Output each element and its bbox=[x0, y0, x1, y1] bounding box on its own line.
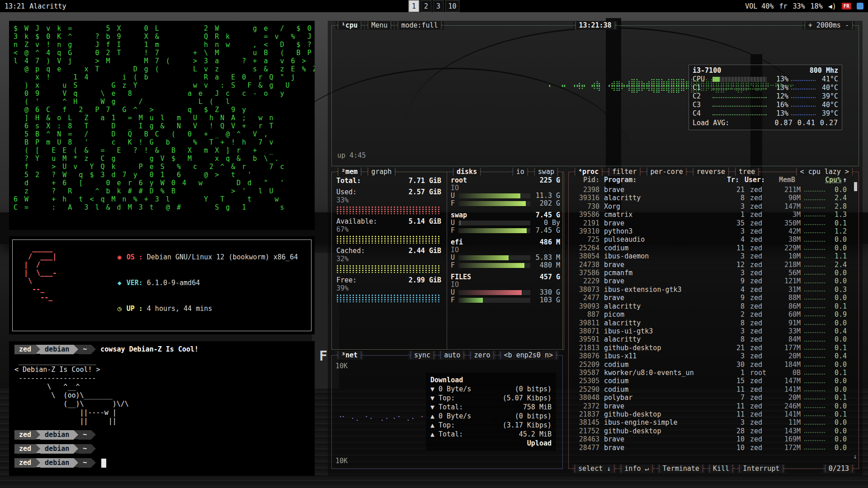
tray-icon[interactable] bbox=[857, 3, 863, 9]
net-tab[interactable]: <b enp2s0 n> bbox=[498, 351, 559, 360]
process-row[interactable]: 730 Xorg 3 zed 147M 2.8 bbox=[573, 202, 847, 211]
process-row[interactable]: 38054 ibus-daemon 3 zed 10M 1.1 bbox=[573, 252, 847, 260]
kill-action[interactable]: Kill bbox=[707, 465, 735, 473]
mem-box: ²mem graph Total: 7.71 GiB Used:2.57 GiB… bbox=[331, 172, 563, 350]
process-row[interactable]: 38048 polybar 7 zed 20M 0.1 bbox=[573, 394, 847, 402]
workspace-button[interactable]: 1 bbox=[408, 0, 419, 12]
process-row[interactable]: 2477 brave 9 zed 88M 0.0 bbox=[573, 294, 847, 302]
keyboard-layout-label: fr bbox=[779, 2, 787, 10]
net-tab[interactable]: sync bbox=[408, 351, 436, 360]
mode-toggle[interactable]: mode:full bbox=[395, 21, 443, 30]
proc-sort-control[interactable]: < cpu lazy > bbox=[794, 168, 855, 176]
workspace-button[interactable]: 3 bbox=[433, 0, 443, 12]
speaker-icon[interactable]: ◀) bbox=[828, 2, 836, 10]
process-row[interactable]: 2372 brave 11 zed 246M 0.0 bbox=[573, 402, 847, 410]
core-usage-graph bbox=[712, 111, 767, 115]
net-upload-row: ▲ Top:(3.17 Kibps) bbox=[430, 421, 552, 430]
interval-plus-button[interactable]: + bbox=[808, 21, 812, 29]
disk-entry: root225 G IO U11.3 G F202 G bbox=[451, 177, 560, 207]
process-row[interactable]: 25305 codium 15 zed 147M 0.0 bbox=[573, 377, 847, 385]
temp-graph bbox=[791, 102, 816, 107]
proc-tab[interactable]: reverse bbox=[691, 168, 731, 176]
process-row[interactable]: 24738 brave 12 zed 218M 2.4 bbox=[573, 261, 847, 269]
workspace-button[interactable]: 10 bbox=[445, 0, 459, 12]
cpu-core-row: C1 13% 40°C bbox=[693, 84, 838, 92]
selection-count: 0/213 bbox=[823, 465, 855, 473]
mem-graph-toggle[interactable]: graph bbox=[365, 168, 397, 176]
process-row[interactable]: 725 pulseaudio 4 zed 38M 0.0 bbox=[573, 235, 847, 244]
disks-box: disks io swap root225 G IO U11.3 G F202 … bbox=[447, 172, 564, 350]
info-action[interactable]: info ↵ bbox=[618, 465, 655, 473]
net-tab[interactable]: auto bbox=[438, 351, 466, 360]
process-row[interactable]: 39586 cmatrix 1 zed 3M 1.3 bbox=[573, 211, 847, 219]
net-upload-row: ▲ 0 Byte/s(0 bitps) bbox=[430, 412, 552, 421]
process-row[interactable]: 39587 kworker/u8:0-events_un 1 root 0B 0… bbox=[573, 369, 847, 377]
select-action[interactable]: select ↓ bbox=[572, 465, 617, 473]
process-row[interactable]: 38073 ibus-extension-gtk3 4 zed 31M 0.3 bbox=[573, 286, 847, 294]
process-row[interactable]: 38076 ibus-x11 3 zed 20M 0.4 bbox=[573, 352, 847, 360]
process-row[interactable]: 28477 brave 10 zed 172M 0.0 bbox=[573, 444, 847, 452]
empty-prompt-line: zeddebian~ bbox=[14, 430, 309, 440]
net-download-row: ▼ Total:758 MiB bbox=[430, 403, 552, 412]
net-readout-panel: Download ▼ 0 Byte/s(0 bitps) ▼ Top:(5.07… bbox=[426, 373, 556, 450]
terminate-action[interactable]: Terminate bbox=[657, 465, 705, 473]
proc-tab[interactable]: tree bbox=[733, 168, 761, 176]
mem-total-value: 7.71 GiB bbox=[409, 177, 441, 185]
process-row[interactable]: 21813 github-desktop 21 zed 177M 0.1 bbox=[573, 344, 847, 352]
sort-direction-icon[interactable]: ↑ bbox=[841, 176, 847, 184]
disks-swap-tab[interactable]: swap bbox=[532, 168, 560, 176]
process-row[interactable]: 2191 brave 35 zed 350M 0.1 bbox=[573, 219, 847, 227]
up-arrow-icon: ▲ bbox=[430, 430, 434, 439]
process-cpu-mini-graph bbox=[804, 428, 825, 433]
process-row[interactable]: 39093 alacritty 8 zed 86M 0.1 bbox=[573, 302, 847, 310]
process-row[interactable]: 39310 python3 3 zed 42M 1.2 bbox=[573, 227, 847, 235]
process-cpu-mini-graph bbox=[804, 320, 825, 325]
disks-box-title: disks bbox=[451, 168, 483, 176]
interrupt-action[interactable]: Interrupt bbox=[737, 465, 785, 473]
process-row[interactable]: 38071 ibus-ui-gtk3 3 zed 33M 0.4 bbox=[573, 327, 847, 335]
process-row[interactable]: 2398 brave 21 zed 211M 0.0 bbox=[573, 186, 847, 194]
temp-graph bbox=[791, 111, 816, 115]
percent-indicator-1: 33% bbox=[793, 2, 805, 10]
process-row[interactable]: 21752 github-desktop 28 zed 143M 0.0 bbox=[573, 427, 847, 435]
window-title: Alacritty bbox=[29, 2, 66, 10]
command-text: cowsay Debian-Z Is Cool! bbox=[100, 345, 198, 354]
mem-history-graph bbox=[336, 294, 441, 302]
process-row[interactable]: 887 picom 2 zed 60M 0.9 bbox=[573, 310, 847, 319]
scroll-down-icon[interactable]: ↓ bbox=[853, 452, 857, 460]
scrollbar-thumb[interactable] bbox=[854, 182, 857, 191]
process-row[interactable]: 21837 github-desktop 11 zed 141M 0.1 bbox=[573, 410, 847, 418]
proc-tab[interactable]: per-core bbox=[644, 168, 689, 176]
process-row[interactable]: 25209 codium 30 zed 184M 0.0 bbox=[573, 361, 847, 369]
fetch-line: ◷UP : 4 hours, 44 mins bbox=[68, 296, 298, 322]
process-row[interactable]: 37586 pcmanfm 3 zed 56M 0.0 bbox=[573, 269, 847, 277]
process-cpu-mini-graph bbox=[804, 328, 825, 333]
cowsay-output: ___________________ < Debian-Z Is Cool! … bbox=[14, 357, 309, 426]
keyboard-flag-badge[interactable]: FR bbox=[842, 3, 851, 9]
process-row[interactable]: 28463 brave 10 zed 169M 0.0 bbox=[573, 435, 847, 443]
process-row[interactable]: 39591 alacritty 8 zed 84M 0.0 bbox=[573, 335, 847, 343]
process-cpu-mini-graph bbox=[804, 378, 825, 383]
cpu-usage-meter bbox=[712, 77, 767, 82]
proc-tab[interactable]: filter bbox=[606, 168, 642, 176]
process-row[interactable]: 39316 alacritty 8 zed 90M 2.4 bbox=[573, 194, 847, 202]
active-prompt-line[interactable]: zeddebian~ bbox=[14, 458, 309, 468]
workspace-button[interactable]: 2 bbox=[420, 0, 431, 12]
process-row[interactable]: 25264 codium 11 zed 229M 0.0 bbox=[573, 244, 847, 252]
net-tab[interactable]: zero bbox=[468, 351, 496, 360]
status-bar: 13:21 Alacritty 12310 VOL 40% fr 33% 18%… bbox=[0, 0, 868, 12]
process-row[interactable]: 2229 brave 9 zed 121M 0.0 bbox=[573, 277, 847, 285]
fetch-frame: _____ / ___| | / | \___- \ --_ --_ ◉OS :… bbox=[12, 239, 311, 331]
disks-io-tab[interactable]: io bbox=[510, 168, 530, 176]
process-cpu-mini-graph bbox=[804, 370, 825, 375]
interval-minus-button[interactable]: - bbox=[845, 21, 849, 29]
process-cpu-mini-graph bbox=[804, 220, 825, 225]
process-cpu-mini-graph bbox=[804, 311, 825, 316]
process-row[interactable]: 25290 codium 11 zed 141M 0.0 bbox=[573, 385, 847, 394]
proc-box-title: ⁴proc bbox=[572, 168, 604, 176]
menu-button[interactable]: Menu bbox=[365, 21, 393, 30]
process-row[interactable]: 38145 ibus-engine-simple 3 zed 11M 0.0 bbox=[573, 418, 847, 427]
process-row[interactable]: 39811 alacritty 8 zed 91M 0.0 bbox=[573, 319, 847, 327]
process-cpu-mini-graph bbox=[804, 394, 825, 399]
down-arrow-icon: ▼ bbox=[430, 385, 434, 394]
